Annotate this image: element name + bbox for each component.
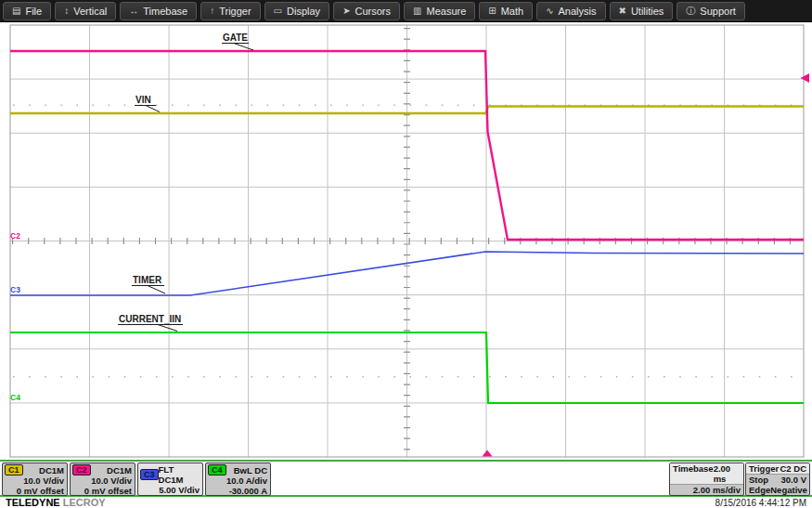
c3-badge: C3	[140, 469, 159, 480]
c3-descriptor[interactable]: C3 FLT DC1M 5.00 V/div -5.0000 V	[137, 462, 203, 496]
c2-offset: 0 mV offset	[72, 486, 132, 496]
c4-zero-marker[interactable]: C4	[10, 393, 20, 402]
math-icon: ⊞	[488, 7, 496, 16]
timebase-title: Timebase	[673, 463, 714, 484]
c3-zero-marker[interactable]: C3	[10, 285, 20, 294]
menu-trigger-label: Trigger	[219, 6, 251, 17]
menu-timebase-label: Timebase	[143, 6, 187, 17]
svg-text:CURRENT_IIN: CURRENT_IIN	[119, 314, 181, 324]
menu-measure[interactable]: ▥Measure	[404, 2, 475, 20]
vertical-icon: ↕	[64, 7, 69, 16]
trigger-icon: ↑	[210, 7, 214, 16]
c3-coupling: FLT DC1M	[159, 464, 200, 485]
trigger-type: Edge	[749, 485, 770, 495]
datetime-stamp: 8/15/2016 4:44:12 PM	[715, 498, 806, 508]
display-icon: ▭	[274, 7, 282, 16]
svg-text:GATE: GATE	[223, 33, 248, 43]
menu-utilities-label: Utilities	[631, 6, 664, 17]
menu-file-label: File	[25, 6, 42, 17]
timebase-descriptor[interactable]: Timebase 2.00 ms 2.00 ms/div 100 kS 5 MS…	[669, 462, 744, 496]
trigger-level: 30.0 V	[781, 475, 806, 485]
vin-label: VIN	[135, 95, 160, 112]
c2-badge: C2	[72, 464, 91, 475]
analysis-icon: ∿	[546, 7, 553, 16]
c2-scale: 10.0 V/div	[72, 475, 132, 486]
brand-logo: TELEDYNELECROY	[6, 497, 106, 508]
c1-offset: 0 mV offset	[5, 486, 64, 496]
c2-zero-marker[interactable]: C2	[10, 231, 20, 241]
menu-utilities[interactable]: ✖Utilities	[610, 2, 674, 20]
c4-offset: -30.000 A	[208, 486, 267, 496]
menu-cursors-label: Cursors	[355, 6, 392, 17]
trigger-title: Trigger	[749, 463, 779, 474]
c1-coupling: DC1M	[39, 465, 64, 475]
trigger-mode: Stop	[749, 475, 768, 485]
graticule	[10, 25, 804, 457]
svg-text:VIN: VIN	[135, 95, 151, 105]
menu-vertical-label: Vertical	[73, 6, 107, 17]
svg-text:TIMER: TIMER	[133, 275, 162, 285]
menu-vertical[interactable]: ↕Vertical	[55, 2, 116, 20]
c1-badge: C1	[5, 464, 23, 475]
brand-teledyne: TELEDYNE	[6, 497, 60, 508]
current-iin-label: CURRENT_IIN	[118, 314, 183, 332]
footer: TELEDYNELECROY 8/15/2016 4:44:12 PM	[0, 497, 812, 508]
menu-display[interactable]: ▭Display	[264, 2, 330, 20]
measure-icon: ▥	[413, 7, 421, 16]
menu-math-label: Math	[501, 6, 523, 17]
c4-coupling: BwL DC	[234, 465, 267, 475]
trigger-position-marker[interactable]	[483, 450, 493, 457]
menu-bar: ▤File ↕Vertical ↔Timebase ↑Trigger ▭Disp…	[0, 0, 812, 22]
file-icon: ▤	[12, 7, 20, 16]
timebase-icon: ↔	[129, 7, 138, 16]
menu-display-label: Display	[287, 6, 320, 17]
timebase-value: 2.00 ms	[714, 463, 741, 484]
timebase-per-div: 2.00 ms/div	[693, 485, 741, 495]
menu-support[interactable]: ⓘSupport	[677, 2, 745, 20]
timer-label: TIMER	[132, 275, 165, 293]
menu-analysis[interactable]: ∿Analysis	[536, 2, 605, 20]
cursors-icon: ➤	[342, 7, 350, 16]
c1-scale: 10.0 V/div	[5, 475, 64, 486]
c3-scale: 5.00 V/div	[140, 485, 200, 495]
c4-scale: 10.0 A/div	[208, 475, 267, 486]
c4-badge: C4	[208, 464, 226, 475]
trigger-slope: Negative	[770, 485, 807, 495]
trigger-level-marker[interactable]	[801, 73, 810, 83]
menu-support-label: Support	[700, 6, 736, 17]
menu-cursors[interactable]: ➤Cursors	[333, 2, 400, 20]
menu-analysis-label: Analysis	[559, 6, 597, 17]
trigger-source: C2 DC	[780, 463, 806, 474]
trigger-descriptor[interactable]: Trigger C2 DC Stop 30.0 V Edge Negative	[745, 462, 810, 496]
utilities-icon: ✖	[619, 7, 626, 16]
brand-lecroy: LECROY	[63, 497, 106, 508]
c2-descriptor[interactable]: C2 DC1M 10.0 V/div 0 mV offset	[70, 462, 135, 496]
panel-top-rule	[0, 460, 812, 462]
menu-math[interactable]: ⊞Math	[479, 2, 533, 20]
c2-coupling: DC1M	[107, 465, 132, 475]
support-icon: ⓘ	[686, 7, 695, 16]
menu-file[interactable]: ▤File	[3, 2, 51, 20]
c1-descriptor[interactable]: C1 DC1M 10.0 V/div 0 mV offset	[2, 462, 68, 496]
waveform-display[interactable]: GATE VIN TIMER CURRENT_IIN C2 C3 C4	[0, 22, 812, 460]
menu-timebase[interactable]: ↔Timebase	[120, 2, 197, 20]
menu-trigger[interactable]: ↑Trigger	[200, 2, 260, 20]
c4-descriptor[interactable]: C4 BwL DC 10.0 A/div -30.000 A	[205, 462, 271, 496]
menu-measure-label: Measure	[426, 6, 466, 17]
